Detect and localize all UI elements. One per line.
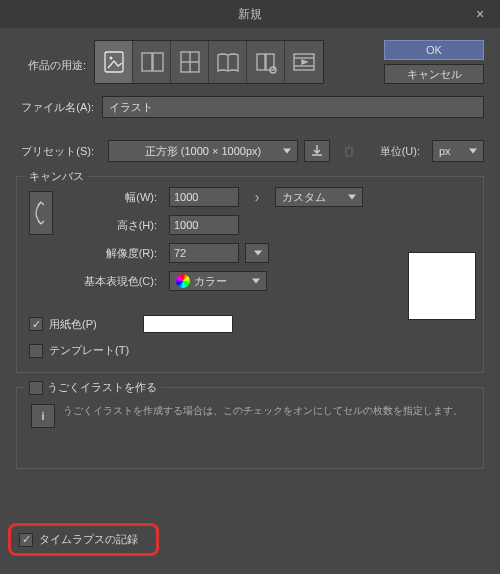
height-label: 高さ(H): <box>63 218 163 233</box>
titlebar: 新規 × <box>0 0 500 28</box>
svg-point-1 <box>109 57 112 60</box>
purpose-book-icon[interactable] <box>209 41 247 83</box>
info-icon: i <box>31 404 55 428</box>
purpose-animation-icon[interactable] <box>285 41 323 83</box>
filename-label: ファイル名(A): <box>16 100 102 115</box>
paper-color-checkbox[interactable] <box>29 317 43 331</box>
svg-rect-3 <box>153 53 163 71</box>
paper-color-label: 用紙色(P) <box>49 317 97 332</box>
purpose-frame-icon[interactable] <box>171 41 209 83</box>
animation-fieldset: うごくイラストを作る i うごくイラストを作成する場合は、このチェックをオンにし… <box>16 387 484 469</box>
animation-checkbox[interactable] <box>29 381 43 395</box>
timelapse-label: タイムラプスの記録 <box>39 532 138 547</box>
animation-legend: うごくイラストを作る <box>25 380 161 395</box>
purpose-label: 作品の用途: <box>16 40 86 73</box>
width-label: 幅(W): <box>63 190 163 205</box>
preset-delete-button <box>336 140 362 162</box>
timelapse-highlight: タイムラプスの記録 <box>8 523 159 556</box>
animation-hint-text: うごくイラストを作成する場合は、このチェックをオンにしてセルの枚数を指定します。 <box>63 404 463 428</box>
preset-select[interactable]: 正方形 (1000 × 1000px) <box>108 140 298 162</box>
template-label: テンプレート(T) <box>49 343 129 358</box>
svg-rect-2 <box>142 53 152 71</box>
cancel-button[interactable]: キャンセル <box>384 64 484 84</box>
width-input[interactable] <box>169 187 239 207</box>
colormode-label: 基本表現色(C): <box>63 274 163 289</box>
canvas-legend: キャンバス <box>25 169 88 184</box>
purpose-illustration-icon[interactable] <box>95 41 133 83</box>
resolution-preset-select[interactable] <box>245 243 269 263</box>
template-checkbox[interactable] <box>29 344 43 358</box>
swap-arrow-icon[interactable]: › <box>245 187 269 207</box>
preset-label: プリセット(S): <box>16 144 102 159</box>
purpose-comic-icon[interactable] <box>133 41 171 83</box>
preset-save-button[interactable] <box>304 140 330 162</box>
resolution-input[interactable] <box>169 243 239 263</box>
purpose-toolbar <box>94 40 324 84</box>
ok-button[interactable]: OK <box>384 40 484 60</box>
close-button[interactable]: × <box>460 0 500 28</box>
purpose-print-icon[interactable] <box>247 41 285 83</box>
height-input[interactable] <box>169 215 239 235</box>
dialog-title: 新規 <box>238 6 262 23</box>
canvas-preview <box>408 252 476 320</box>
resolution-label: 解像度(R): <box>63 246 163 261</box>
unit-label: 単位(U): <box>380 144 426 159</box>
paper-color-swatch[interactable] <box>143 315 233 333</box>
filename-input[interactable] <box>102 96 484 118</box>
color-wheel-icon <box>176 274 190 288</box>
unit-select[interactable]: px <box>432 140 484 162</box>
svg-rect-8 <box>257 54 265 70</box>
orientation-button[interactable] <box>29 191 53 235</box>
timelapse-checkbox[interactable] <box>19 533 33 547</box>
colormode-select[interactable]: カラー <box>169 271 267 291</box>
size-preset-select[interactable]: カスタム <box>275 187 363 207</box>
